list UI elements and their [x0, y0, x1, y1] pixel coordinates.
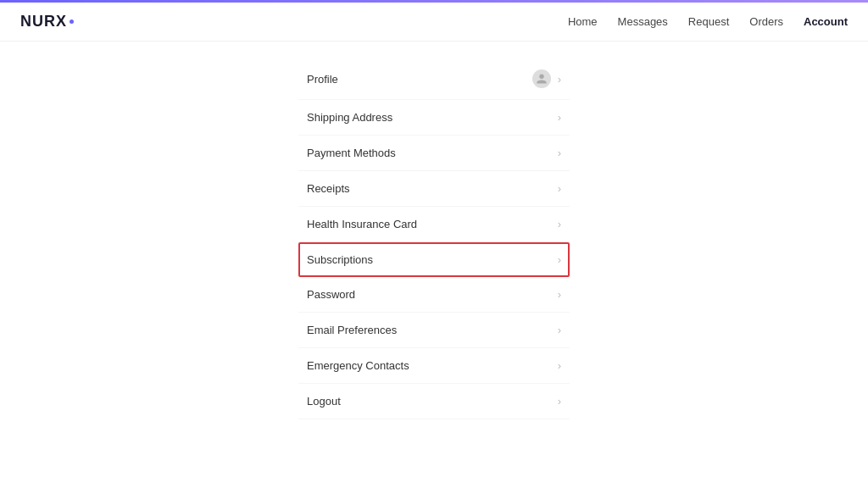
menu-item-profile[interactable]: Profile ›: [298, 58, 570, 100]
menu-item-right-subscriptions: ›: [558, 253, 561, 266]
menu-item-label-password: Password: [307, 288, 355, 301]
profile-icon: [532, 69, 551, 88]
chevron-right-icon: ›: [558, 395, 561, 408]
chevron-right-icon: ›: [558, 288, 561, 301]
menu-item-right-receipts: ›: [558, 182, 561, 195]
nav-item-home[interactable]: Home: [568, 15, 598, 28]
menu-item-label-payment-methods: Payment Methods: [307, 147, 396, 159]
menu-item-right-logout: ›: [558, 395, 561, 408]
menu-item-right-email-preferences: ›: [558, 324, 561, 336]
chevron-right-icon: ›: [558, 253, 561, 266]
menu-item-emergency-contacts[interactable]: Emergency Contacts›: [298, 348, 570, 384]
menu-item-right-profile: ›: [532, 69, 561, 88]
menu-item-logout[interactable]: Logout›: [298, 384, 570, 419]
chevron-right-icon: ›: [558, 218, 561, 230]
main-nav: HomeMessagesRequestOrdersAccount: [568, 15, 848, 28]
menu-item-label-emergency-contacts: Emergency Contacts: [307, 359, 409, 372]
logo-text: NURX: [20, 13, 67, 30]
menu-item-payment-methods[interactable]: Payment Methods›: [298, 136, 570, 171]
header: NURX HomeMessagesRequestOrdersAccount: [0, 3, 868, 42]
menu-item-health-insurance-card[interactable]: Health Insurance Card›: [298, 207, 570, 242]
chevron-right-icon: ›: [558, 111, 561, 124]
menu-item-label-email-preferences: Email Preferences: [307, 324, 397, 336]
menu-item-shipping-address[interactable]: Shipping Address›: [298, 100, 570, 136]
nav-item-request[interactable]: Request: [688, 15, 729, 28]
main-content: Profile ›Shipping Address›Payment Method…: [0, 42, 868, 436]
menu-item-right-shipping-address: ›: [558, 111, 561, 124]
menu-item-right-emergency-contacts: ›: [558, 359, 561, 372]
logo-dot: [70, 19, 74, 24]
menu-item-label-shipping-address: Shipping Address: [307, 111, 392, 124]
menu-item-label-receipts: Receipts: [307, 182, 350, 195]
menu-item-label-logout: Logout: [307, 395, 341, 408]
nav-item-messages[interactable]: Messages: [618, 15, 668, 28]
menu-item-right-health-insurance-card: ›: [558, 218, 561, 230]
chevron-right-icon: ›: [558, 324, 561, 336]
menu-item-label-subscriptions: Subscriptions: [307, 253, 373, 266]
chevron-right-icon: ›: [558, 182, 561, 195]
menu-item-right-payment-methods: ›: [558, 147, 561, 159]
account-menu-list: Profile ›Shipping Address›Payment Method…: [298, 58, 570, 419]
chevron-right-icon: ›: [558, 359, 561, 372]
logo[interactable]: NURX: [20, 13, 74, 30]
chevron-right-icon: ›: [558, 147, 561, 159]
chevron-right-icon: ›: [558, 73, 561, 86]
menu-item-right-password: ›: [558, 288, 561, 301]
nav-item-orders[interactable]: Orders: [749, 15, 783, 28]
menu-item-receipts[interactable]: Receipts›: [298, 171, 570, 207]
menu-item-subscriptions[interactable]: Subscriptions›: [298, 242, 570, 277]
menu-item-label-profile: Profile: [307, 73, 338, 86]
menu-item-label-health-insurance-card: Health Insurance Card: [307, 218, 417, 230]
nav-item-account[interactable]: Account: [804, 15, 848, 28]
menu-item-email-preferences[interactable]: Email Preferences›: [298, 313, 570, 348]
menu-item-password[interactable]: Password›: [298, 277, 570, 313]
